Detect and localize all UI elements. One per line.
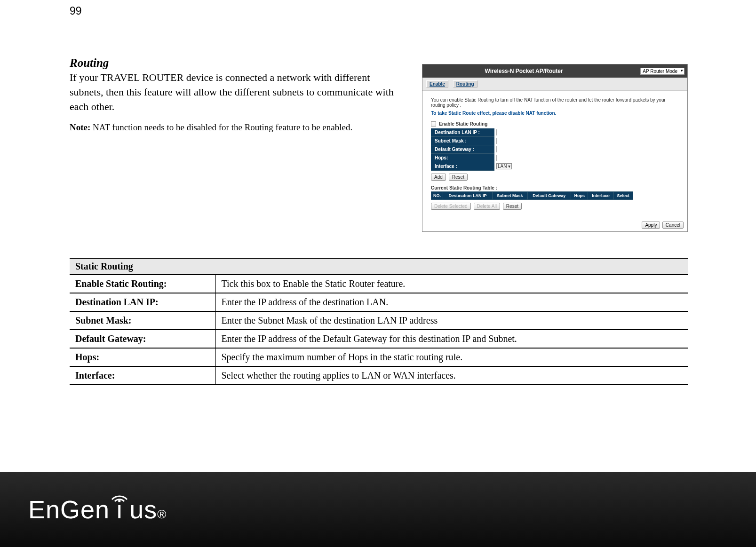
default-gateway-input[interactable] xyxy=(496,146,497,152)
logo-i-with-wifi: i xyxy=(110,495,129,524)
row-label: Hops: xyxy=(70,348,215,366)
table-row: Interface: Select whether the routing ap… xyxy=(70,366,688,385)
row-label: Enable Static Routing: xyxy=(70,275,215,293)
col-dest-ip: Destination LAN IP xyxy=(443,192,493,200)
row-label: Default Gateway: xyxy=(70,330,215,348)
row-desc: Specify the maximum number of Hops in th… xyxy=(215,348,688,366)
mode-select[interactable]: AP Router Mode xyxy=(640,68,684,75)
tab-routing[interactable]: Routing xyxy=(453,80,477,87)
description-table: Static Routing Enable Static Routing: Ti… xyxy=(70,258,688,385)
interface-value: LAN xyxy=(498,164,507,169)
row-label: Interface: xyxy=(70,366,215,385)
page-number: 99 xyxy=(70,5,82,17)
row-label: Destination LAN IP: xyxy=(70,293,215,311)
note-paragraph: Note: NAT function needs to be disabled … xyxy=(70,122,399,133)
intro-paragraph: If your TRAVEL ROUTER device is connecte… xyxy=(70,71,399,114)
enable-static-routing-row: Enable Static Routing xyxy=(431,121,679,127)
tabs-row: Enable Routing xyxy=(422,78,687,91)
table-row: Hops: Specify the maximum number of Hops… xyxy=(70,348,688,366)
dest-ip-label: Destination LAN IP : xyxy=(431,128,494,137)
footer: EnGeni us® xyxy=(0,472,756,547)
col-interface: Interface xyxy=(588,192,613,200)
subnet-mask-input[interactable] xyxy=(496,138,497,144)
table-buttons: Delete Selected Delete All Reset xyxy=(431,203,679,210)
table-row: Destination LAN IP: Enter the IP address… xyxy=(70,293,688,311)
registered-symbol: ® xyxy=(157,507,167,522)
row-desc: Enter the IP address of the Default Gate… xyxy=(215,330,688,348)
table-row: Enable Static Routing: Tick this box to … xyxy=(70,275,688,293)
screenshot-header: Wireless-N Pocket AP/Router AP Router Mo… xyxy=(422,64,687,78)
delete-all-button[interactable]: Delete All xyxy=(474,203,500,210)
logo-gen: Gen xyxy=(60,495,110,524)
enable-static-routing-checkbox[interactable] xyxy=(431,121,436,127)
table-section-head: Static Routing xyxy=(70,258,688,275)
intro-column: If your TRAVEL ROUTER device is connecte… xyxy=(70,71,399,133)
interface-label: Interface : xyxy=(431,162,494,171)
hops-input[interactable] xyxy=(496,155,497,161)
dest-ip-input[interactable] xyxy=(496,129,497,135)
wifi-icon xyxy=(109,488,130,502)
routing-form: Destination LAN IP : Subnet Mask : Defau… xyxy=(431,128,514,171)
col-subnet-mask: Subnet Mask xyxy=(492,192,527,200)
router-screenshot: Wireless-N Pocket AP/Router AP Router Mo… xyxy=(422,64,688,232)
interface-select[interactable]: LAN ▾ xyxy=(496,163,512,169)
routing-table-caption: Current Static Routing Table : xyxy=(431,185,679,190)
cancel-button[interactable]: Cancel xyxy=(662,222,684,229)
row-desc: Enter the Subnet Mask of the destination… xyxy=(215,311,688,330)
logo-us: us xyxy=(129,495,157,524)
routing-table: NO. Destination LAN IP Subnet Mask Defau… xyxy=(431,191,633,200)
engenius-logo: EnGeni us® xyxy=(28,495,167,524)
device-title: Wireless-N Pocket AP/Router xyxy=(425,68,637,74)
routing-warning: To take Static Route effect, please disa… xyxy=(431,111,679,116)
default-gateway-label: Default Gateway : xyxy=(431,145,494,154)
form-buttons: Add Reset xyxy=(431,174,679,181)
col-default-gateway: Default Gateway xyxy=(527,192,571,200)
note-label: Note: xyxy=(70,122,90,132)
row-desc: Tick this box to Enable the Static Route… xyxy=(215,275,688,293)
table-row: Default Gateway: Enter the IP address of… xyxy=(70,330,688,348)
apply-button[interactable]: Apply xyxy=(642,222,660,229)
reset-table-button[interactable]: Reset xyxy=(503,203,522,210)
screenshot-body: You can enable Static Routing to turn of… xyxy=(422,91,687,218)
apply-row: Apply Cancel xyxy=(422,218,687,231)
note-text: NAT function needs to be disabled for th… xyxy=(90,122,352,132)
add-button[interactable]: Add xyxy=(431,174,446,181)
hops-label: Hops: xyxy=(431,154,494,162)
logo-en: En xyxy=(28,495,60,524)
col-hops: Hops xyxy=(571,192,588,200)
content-area: Routing If your TRAVEL ROUTER device is … xyxy=(70,56,688,385)
routing-description: You can enable Static Routing to turn of… xyxy=(431,97,679,108)
row-desc: Enter the IP address of the destination … xyxy=(215,293,688,311)
col-no: NO. xyxy=(431,192,443,200)
reset-button[interactable]: Reset xyxy=(449,174,468,181)
tab-enable[interactable]: Enable xyxy=(426,80,448,87)
row-desc: Select whether the routing applies to LA… xyxy=(215,366,688,385)
row-label: Subnet Mask: xyxy=(70,311,215,330)
subnet-mask-label: Subnet Mask : xyxy=(431,137,494,145)
delete-selected-button[interactable]: Delete Selected xyxy=(431,203,471,210)
table-row: Subnet Mask: Enter the Subnet Mask of th… xyxy=(70,311,688,330)
col-select: Select xyxy=(613,192,633,200)
enable-static-routing-label: Enable Static Routing xyxy=(439,121,487,127)
